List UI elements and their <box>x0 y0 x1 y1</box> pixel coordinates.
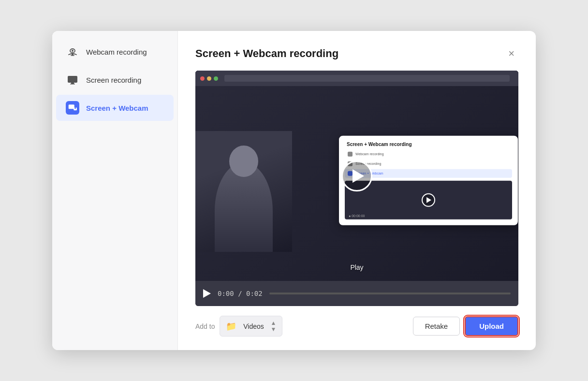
svg-rect-5 <box>71 83 74 84</box>
play-icon <box>353 169 364 183</box>
progress-bar[interactable] <box>269 293 511 294</box>
main-content: Screen + Webcam recording × <box>178 31 536 350</box>
add-to-label: Add to <box>195 322 215 330</box>
video-container: Screen + Webcam recording Webcam recordi… <box>195 71 518 306</box>
webcam-icon <box>66 45 79 59</box>
svg-point-1 <box>72 50 74 52</box>
dot-yellow <box>207 76 211 81</box>
screen-webcam-icon <box>66 101 79 115</box>
sidebar-item-screen-webcam-label: Screen + Webcam <box>86 104 148 112</box>
svg-rect-4 <box>68 76 77 83</box>
play-label: Play <box>350 264 363 271</box>
inner-play-btn <box>422 193 435 206</box>
webcam-overlay <box>195 131 292 252</box>
screen-icon <box>66 73 79 87</box>
folder-select[interactable]: 📁 Videos ▲ ▼ <box>220 316 282 337</box>
folder-icon: 📁 <box>226 321 236 332</box>
upload-button[interactable]: Upload <box>465 316 518 336</box>
svg-rect-6 <box>70 84 75 85</box>
play-button-overlay[interactable] <box>341 161 372 191</box>
time-display: 0:00 / 0:02 <box>218 290 263 297</box>
inner-sidebar-screen: Screen recording <box>345 159 512 168</box>
modal-header: Screen + Webcam recording × <box>195 46 518 61</box>
inner-modal-preview-title: Screen + Webcam recording <box>345 141 512 147</box>
svg-rect-7 <box>69 104 74 109</box>
dot-red <box>200 76 205 81</box>
add-to-group: Add to 📁 Videos ▲ ▼ <box>195 316 282 337</box>
svg-point-9 <box>74 107 76 109</box>
video-preview[interactable]: Screen + Webcam recording Webcam recordi… <box>195 71 518 281</box>
sidebar-item-screen-label: Screen recording <box>86 76 141 84</box>
sidebar-item-webcam[interactable]: Webcam recording <box>56 39 174 65</box>
chevron-updown-icon: ▲ ▼ <box>271 320 277 332</box>
video-play-button[interactable] <box>203 289 211 298</box>
dot-green <box>214 76 218 81</box>
fake-url-bar <box>224 75 510 82</box>
sidebar-item-screen-webcam[interactable]: Screen + Webcam <box>56 95 174 121</box>
inner-webcam-icon <box>348 151 353 156</box>
inner-sidebar-webcam: Webcam recording <box>345 149 512 158</box>
ctrl-play-icon <box>203 289 211 298</box>
sidebar-item-screen[interactable]: Screen recording <box>56 67 174 93</box>
sidebar-item-webcam-label: Webcam recording <box>86 48 147 56</box>
inner-timestamp: ● 00:00:00 <box>349 214 365 217</box>
person-head <box>229 146 258 177</box>
sidebar: Webcam recording Screen recording <box>52 31 178 350</box>
recording-modal: Webcam recording Screen recording <box>52 31 536 350</box>
action-buttons: Retake Upload <box>413 316 518 336</box>
close-button[interactable]: × <box>504 46 518 61</box>
modal-footer: Add to 📁 Videos ▲ ▼ Retake Upload <box>195 316 518 337</box>
person-silhouette <box>215 162 273 252</box>
folder-label: Videos <box>243 322 264 330</box>
svg-rect-3 <box>71 55 74 56</box>
video-controls-bar: 0:00 / 0:02 <box>195 281 518 306</box>
retake-button[interactable]: Retake <box>413 317 460 336</box>
svg-rect-2 <box>72 54 74 55</box>
modal-title: Screen + Webcam recording <box>195 47 338 60</box>
fake-browser-bar <box>195 71 518 86</box>
